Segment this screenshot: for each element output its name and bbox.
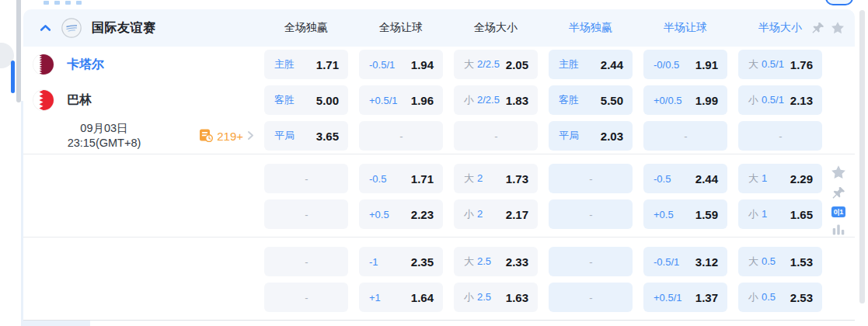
odds-value: 2.03 (601, 130, 623, 143)
odds-label: 大2 (464, 172, 483, 186)
odds-label: 大0.5 (748, 255, 776, 269)
odds-label: 小2 (464, 207, 483, 221)
more-odds-link[interactable]: 219+ (199, 128, 254, 144)
odds-compare-badge[interactable]: 0|1 (831, 206, 846, 217)
odds-cell[interactable]: 小0.52.53 (738, 283, 822, 312)
pin-icon[interactable] (811, 22, 824, 35)
empty-left-slot (23, 196, 259, 232)
odds-line: +0/0.5 (654, 95, 682, 106)
odds-cell[interactable]: 平局2.03 (549, 121, 633, 151)
chevron-right-icon (247, 130, 254, 143)
right-scrollbar-thumb[interactable] (859, 10, 865, 303)
odds-row: -+11.64小2.51.63-+0.5/11.37小0.52.53 (23, 279, 828, 315)
odds-value: 1.73 (506, 172, 528, 186)
odds-cell[interactable]: 大2/2.52.05 (454, 50, 538, 79)
league-title: 国际友谊赛 (92, 20, 156, 36)
odds-cell[interactable]: 客胜5.50 (549, 85, 633, 115)
odds-cell[interactable]: 大2.52.33 (454, 247, 538, 276)
odds-cell[interactable]: -0.5/13.12 (643, 247, 727, 276)
odds-cell[interactable]: - (264, 247, 348, 276)
odds-cell[interactable]: +11.64 (359, 283, 443, 312)
odds-cell[interactable]: - (454, 121, 538, 151)
odds-cell[interactable]: - (738, 121, 822, 151)
odds-line: 0.5 (762, 291, 776, 303)
odds-cell[interactable]: - (549, 199, 633, 229)
odds-cell[interactable]: -0/0.51.91 (643, 50, 727, 79)
over-under-prefix: 小 (464, 93, 474, 107)
odds-cell[interactable]: -0.52.44 (643, 164, 727, 193)
odds-cell[interactable]: -0.51.71 (359, 164, 443, 193)
odds-line: -1 (369, 256, 378, 268)
odds-cell[interactable]: -12.35 (359, 247, 443, 276)
collapse-chevron-up-icon[interactable] (40, 24, 51, 32)
odds-label: -0.5 (654, 173, 671, 185)
odds-label: 大2/2.5 (464, 57, 500, 71)
odds-cell[interactable]: - (643, 121, 727, 151)
odds-row-draw: 09月03日 23:15(GMT+8) 219+ (23, 118, 828, 154)
odds-cell[interactable]: +0.5/11.37 (643, 283, 727, 312)
odds-line: 主胜 (559, 57, 579, 71)
odds-cell[interactable]: 小2/2.51.83 (454, 85, 538, 115)
odds-cell[interactable]: +0/0.51.99 (643, 85, 727, 115)
odds-cell[interactable]: 大0.51.53 (738, 247, 822, 276)
odds-cell[interactable]: +0.52.23 (359, 199, 443, 229)
odds-cell[interactable]: 大0.5/11.76 (738, 50, 822, 79)
over-under-prefix: 大 (748, 57, 758, 71)
odds-cell[interactable]: 主胜2.44 (549, 50, 633, 79)
star-icon[interactable] (831, 165, 846, 180)
odds-cell[interactable]: 平局3.65 (264, 121, 348, 151)
odds-label: 主胜 (274, 57, 295, 71)
odds-cell[interactable]: 大12.29 (738, 164, 822, 193)
odds-cell[interactable]: +0.5/11.96 (359, 85, 443, 115)
star-icon[interactable] (831, 21, 845, 35)
odds-cell[interactable]: 小2.51.63 (454, 283, 538, 312)
odds-cell[interactable]: - (264, 283, 348, 312)
odds-label: +0.5/1 (369, 95, 398, 106)
odds-cell[interactable]: 小0.5/12.13 (738, 85, 822, 115)
bar-chart-icon[interactable] (831, 224, 845, 235)
odds-cell[interactable]: +0.51.59 (643, 199, 727, 229)
over-under-prefix: 小 (748, 290, 758, 304)
column-header-half-1x2: 半场独赢 (543, 21, 638, 35)
odds-line: 2 (477, 172, 483, 184)
odds-label: +0/0.5 (654, 95, 682, 106)
away-team[interactable]: 巴林 (23, 82, 259, 118)
odds-cell[interactable]: - (264, 164, 348, 193)
odds-line: 0.5 (762, 255, 776, 267)
odds-label: +0.5/1 (654, 292, 682, 303)
odds-line: +0.5/1 (654, 292, 682, 303)
empty-odds-dash: - (779, 130, 782, 142)
odds-line: 2.5 (477, 291, 491, 303)
empty-odds-dash: - (305, 173, 308, 185)
odds-label: 主胜 (559, 57, 579, 71)
odds-cell[interactable]: - (549, 247, 633, 276)
odds-line: 0.5/1 (762, 94, 784, 106)
home-team[interactable]: 卡塔尔 (23, 47, 259, 82)
odds-cell[interactable]: 主胜1.71 (264, 50, 348, 79)
odds-line: 客胜 (274, 93, 295, 107)
odds-label: 小1 (748, 207, 767, 221)
pin-icon[interactable] (831, 186, 845, 200)
odds-cell[interactable]: 小22.17 (454, 199, 538, 229)
odds-cell[interactable]: - (264, 199, 348, 229)
odds-cell[interactable]: -0.5/11.94 (359, 50, 443, 79)
left-scrollbar-thumb[interactable] (16, 0, 21, 102)
odds-cell[interactable]: 客胜5.00 (264, 85, 348, 115)
empty-odds-dash: - (589, 292, 592, 303)
odds-cell[interactable]: - (549, 283, 633, 312)
over-under-prefix: 小 (464, 207, 474, 221)
odds-cell[interactable]: 小11.65 (738, 199, 822, 229)
odds-cell[interactable]: - (549, 164, 633, 193)
odds-cell[interactable]: 大21.73 (454, 164, 538, 193)
match-date: 09月03日 (23, 121, 185, 136)
odds-label: 平局 (559, 129, 579, 143)
odds-cell[interactable]: - (359, 121, 443, 151)
odds-line: 主胜 (274, 57, 295, 71)
odds-row: -+0.52.23小22.17-+0.51.59小11.65 (23, 196, 828, 232)
odds-line: -0/0.5 (654, 59, 679, 71)
empty-left-slot (23, 161, 259, 196)
league-header: 国际友谊赛 全场独赢 全场让球 全场大小 半场独赢 半场让球 半场大小 (23, 9, 855, 47)
empty-odds-dash: - (589, 173, 592, 185)
odds-value: 2.53 (790, 291, 813, 304)
odds-line: -0.5 (654, 173, 671, 185)
